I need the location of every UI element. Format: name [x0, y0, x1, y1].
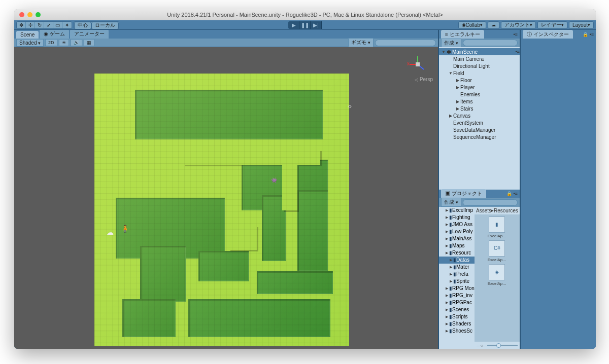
hierarchy-item[interactable]: ▶Items [439, 98, 520, 105]
asset-thumb[interactable]: C#ExcelAp… [477, 240, 518, 262]
gizmos-dropdown[interactable]: ギズモ ▾ [348, 38, 374, 47]
breadcrumb[interactable]: Assets ▸ Resources [475, 207, 520, 214]
tab-project[interactable]: ▣ プロジェクト [441, 189, 486, 198]
hierarchy-item[interactable]: Directional Light [439, 62, 520, 69]
project-folder[interactable]: ▶▮RPGPac [439, 299, 475, 306]
window-title: Unity 2018.4.21f1 Personal - MainScene.u… [14, 12, 596, 18]
project-folder[interactable]: ▶▮ShoesSc [439, 327, 475, 335]
hierarchy-item[interactable]: ▶Canvas [439, 112, 520, 119]
titlebar: Unity 2018.4.21f1 Personal - MainScene.u… [14, 9, 596, 20]
account-dropdown[interactable]: アカウント ▾ [501, 21, 536, 29]
pause-icon[interactable]: ❚❚ [299, 21, 311, 29]
scene-viewport[interactable]: 🧍 ☁ 👾 ☼ x ◁ Persp [14, 47, 438, 349]
project-folder[interactable]: ▶▮MainAss [439, 235, 475, 242]
hierarchy-item[interactable]: ▶Floor [439, 77, 520, 84]
cloud-sprite: ☁ [107, 228, 114, 236]
pivot-group: 中心 ローカル [74, 21, 119, 29]
scene-menu-icon[interactable]: •≡ [515, 49, 519, 54]
hierarchy-item[interactable]: ▼Field [439, 69, 520, 77]
player-sprite[interactable]: 🧍 [121, 225, 129, 233]
project-folder[interactable]: ▶▮ExcelImp [439, 207, 475, 214]
scene-view-toolbar: Shaded ▾ 2D ☀ 🔊 ▦ ギズモ ▾ [14, 39, 438, 47]
asset-grid: ▮ExcelAp…C#ExcelAp…◈ExcelAp… [475, 214, 520, 342]
inspector-body [521, 39, 596, 349]
main-toolbar: ✥ ✢ ↻ ⤢ ▭ ✦ 中心 ローカル ▶ ❚❚ ▶| ◉ Collab ▾ ☁… [14, 20, 596, 30]
pivot-center-button[interactable]: 中心 [74, 22, 91, 29]
project-folder[interactable]: ▶▮Maps [439, 242, 475, 249]
tab-hierarchy[interactable]: ≡ ヒエラルキー [441, 30, 484, 39]
project-folder[interactable]: ▶▮Resourc [439, 249, 475, 257]
level-geometry: 🧍 ☁ 👾 ☼ [94, 74, 349, 346]
light-toggle-icon[interactable]: ☀ [59, 39, 69, 46]
hierarchy-tree: ▼ MainScene •≡ Main CameraDirectional Li… [439, 47, 520, 190]
hand-tool-icon[interactable]: ✥ [17, 22, 26, 28]
layout-dropdown[interactable]: Layout ▾ [569, 21, 594, 29]
thumbnail-size-slider[interactable]: —○— [475, 342, 520, 349]
tab-scene[interactable]: Scene [16, 31, 39, 39]
panel-menu-icon[interactable]: 🔒 •≡ [506, 191, 518, 196]
project-folder[interactable]: ▶▮Scripts [439, 313, 475, 320]
project-folder[interactable]: ▶▮Low Poly [439, 228, 475, 235]
cloud-icon[interactable]: ☁ [488, 21, 499, 29]
svg-marker-5 [447, 50, 450, 53]
svg-text:x: x [407, 61, 410, 66]
play-controls: ▶ ❚❚ ▶| [288, 21, 322, 29]
project-search[interactable] [463, 199, 518, 206]
hierarchy-item[interactable]: Enemies [439, 91, 520, 98]
asset-thumb[interactable]: ◈ExcelAp… [477, 264, 518, 286]
project-folder[interactable]: ▶▮Fighting [439, 214, 475, 221]
tab-game[interactable]: ◉ ゲーム [40, 30, 69, 39]
project-folder[interactable]: ▶▮Scenes [439, 306, 475, 313]
hierarchy-item[interactable]: EventSystem [439, 119, 520, 126]
project-folder[interactable]: ▶▮RPG Mon [439, 285, 475, 292]
persp-label[interactable]: ◁ Persp [415, 77, 433, 82]
unity-scene-icon [446, 49, 451, 54]
step-icon[interactable]: ▶| [311, 21, 322, 29]
collab-button[interactable]: ◉ Collab ▾ [458, 21, 486, 29]
project-folder[interactable]: ▶▮Sprite [439, 278, 475, 285]
scene-tabs: Scene ◉ ゲーム アニメーター [14, 30, 438, 39]
project-header: ▣ プロジェクト 🔒 •≡ [439, 190, 520, 198]
project-folder[interactable]: ▶▮Shaders [439, 320, 475, 327]
rotate-tool-icon[interactable]: ↻ [35, 22, 44, 28]
tab-animator[interactable]: アニメーター [70, 30, 109, 39]
asset-thumb[interactable]: ▮ExcelAp… [477, 216, 518, 238]
panel-menu-icon[interactable]: •≡ [513, 32, 517, 37]
transform-tool-group: ✥ ✢ ↻ ⤢ ▭ ✦ [16, 21, 72, 29]
inspector-header: ⓘ インスペクター 🔒 •≡ [521, 30, 596, 39]
project-folder[interactable]: ▶▮Datas [439, 257, 475, 264]
audio-toggle-icon[interactable]: 🔊 [71, 39, 82, 46]
project-folder[interactable]: ▶▮JMO Ass [439, 221, 475, 228]
hierarchy-item[interactable]: SequenceManager [439, 133, 520, 140]
hierarchy-search[interactable] [463, 40, 518, 46]
rect-tool-icon[interactable]: ▭ [53, 22, 62, 28]
scene-root[interactable]: ▼ MainScene •≡ [439, 48, 520, 55]
scene-search[interactable] [375, 40, 436, 46]
hierarchy-item[interactable]: Main Camera [439, 55, 520, 62]
2d-toggle[interactable]: 2D [45, 39, 57, 46]
hierarchy-item[interactable]: ▶Player [439, 84, 520, 91]
hierarchy-item[interactable]: SaveDataManager [439, 126, 520, 133]
move-tool-icon[interactable]: ✢ [26, 22, 35, 28]
light-gizmo-icon[interactable]: ☼ [347, 103, 352, 109]
shading-dropdown[interactable]: Shaded ▾ [16, 39, 44, 47]
hierarchy-create-dropdown[interactable]: 作成 ▾ [441, 39, 461, 48]
scale-tool-icon[interactable]: ⤢ [44, 22, 53, 28]
pivot-local-button[interactable]: ローカル [91, 22, 119, 29]
project-folder[interactable]: ▶▮Prefa [439, 271, 475, 278]
layers-dropdown[interactable]: レイヤー ▾ [537, 21, 567, 29]
project-folder[interactable]: ▶▮Mater [439, 264, 475, 271]
fx-toggle-icon[interactable]: ▦ [84, 39, 94, 46]
enemy-sprite[interactable]: 👾 [271, 177, 277, 183]
project-create-dropdown[interactable]: 作成 ▾ [441, 198, 461, 207]
play-icon[interactable]: ▶ [288, 21, 299, 29]
tab-inspector[interactable]: ⓘ インスペクター [523, 30, 573, 39]
svg-rect-3 [416, 62, 420, 66]
panel-menu-icon[interactable]: 🔒 •≡ [583, 32, 594, 37]
hierarchy-item[interactable]: ▶Stairs [439, 105, 520, 112]
project-folder-tree[interactable]: ▶▮ExcelImp▶▮Fighting▶▮JMO Ass▶▮Low Poly▶… [439, 207, 475, 349]
project-folder[interactable]: ▶▮RPG_inv [439, 292, 475, 299]
orientation-gizmo[interactable]: x [405, 52, 430, 77]
unified-tool-icon[interactable]: ✦ [62, 22, 72, 28]
hierarchy-header: ≡ ヒエラルキー •≡ [439, 30, 520, 39]
